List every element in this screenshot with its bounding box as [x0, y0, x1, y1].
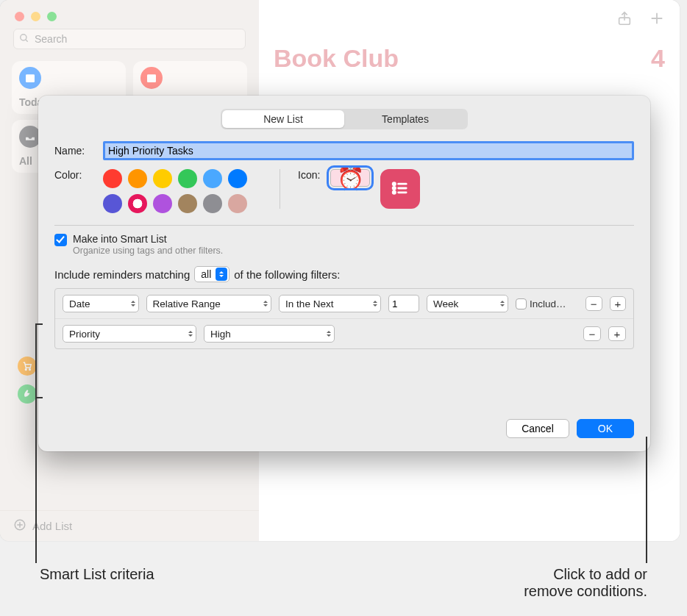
svg-point-14 — [394, 187, 396, 189]
select-value: In the Next — [285, 298, 333, 309]
criteria-number-input[interactable] — [388, 295, 419, 312]
color-swatch[interactable] — [103, 169, 122, 188]
criteria-unit-select[interactable]: Week — [427, 295, 508, 312]
callout-line — [35, 323, 37, 563]
callout-line — [35, 323, 43, 325]
plus-icon: + — [614, 329, 621, 340]
color-swatch[interactable] — [228, 194, 247, 213]
color-label: Color: — [54, 169, 99, 181]
criteria-list: Date Relative Range In the Next Week Inc… — [54, 288, 634, 349]
icon-option-clock[interactable]: ⏰ — [330, 169, 370, 187]
tab-segmented-control: New List Templates — [221, 109, 468, 129]
chevron-up-down-icon — [500, 298, 505, 309]
new-list-dialog: New List Templates Name: Color: Icon: ⏰ — [38, 96, 650, 451]
color-swatch[interactable] — [103, 194, 122, 213]
smart-list-checkbox[interactable] — [54, 234, 67, 246]
name-input[interactable] — [103, 141, 634, 160]
match-prefix: Include reminders matching — [54, 268, 190, 281]
criteria-row: Priority High − + — [55, 318, 633, 348]
callout-add-remove-l2: remove conditions. — [524, 583, 647, 600]
select-value: High — [210, 329, 231, 340]
tab-new-list[interactable]: New List — [222, 110, 344, 128]
smart-list-desc: Organize using tags and other filters. — [73, 246, 223, 256]
include-checkbox[interactable] — [516, 298, 527, 309]
color-swatch[interactable] — [178, 169, 197, 188]
icon-label: Icon: — [298, 169, 320, 181]
chevron-up-down-icon — [188, 329, 193, 339]
color-swatch[interactable] — [203, 194, 222, 213]
minus-icon: − — [591, 298, 597, 309]
plus-icon: + — [614, 298, 621, 309]
include-label: Include… — [530, 298, 571, 309]
criteria-range-select[interactable]: In the Next — [279, 295, 381, 312]
icon-option-list[interactable] — [380, 169, 420, 209]
svg-point-16 — [394, 191, 396, 193]
criteria-op-select[interactable]: High — [204, 325, 335, 343]
smart-list-label: Make into Smart List — [73, 233, 223, 245]
add-condition-button[interactable]: + — [610, 296, 627, 311]
color-swatch[interactable] — [178, 194, 197, 213]
chevron-up-down-icon — [373, 298, 377, 309]
color-swatch[interactable] — [153, 194, 172, 213]
alarm-clock-icon: ⏰ — [337, 165, 364, 191]
tab-templates[interactable]: Templates — [344, 110, 466, 128]
color-swatch[interactable] — [228, 169, 247, 188]
remove-condition-button[interactable]: − — [583, 326, 601, 341]
select-value: Date — [69, 298, 90, 309]
criteria-op-select[interactable]: Relative Range — [146, 295, 272, 312]
chevron-up-down-icon — [263, 298, 268, 309]
add-condition-button[interactable]: + — [608, 326, 626, 341]
remove-condition-button[interactable]: − — [585, 296, 602, 311]
color-swatch[interactable] — [203, 169, 222, 188]
callout-line — [646, 437, 647, 563]
match-mode-select[interactable]: all — [194, 266, 229, 282]
color-swatch[interactable] — [153, 169, 172, 188]
callout-add-remove-l1: Click to add or — [524, 566, 647, 583]
chevron-up-down-icon — [216, 268, 227, 281]
name-label: Name: — [54, 145, 99, 157]
criteria-row: Date Relative Range In the Next Week Inc… — [55, 289, 633, 318]
color-swatches — [103, 169, 257, 213]
callout-smart-list-criteria: Smart List criteria — [40, 566, 154, 583]
color-swatch[interactable] — [128, 194, 147, 213]
ok-button[interactable]: OK — [577, 419, 634, 438]
criteria-field-select[interactable]: Priority — [63, 325, 196, 343]
divider — [54, 225, 634, 226]
match-suffix: of the following filters: — [234, 268, 340, 281]
match-mode-value: all — [201, 268, 211, 280]
select-value: Week — [433, 298, 458, 309]
minus-icon: − — [589, 329, 596, 340]
chevron-up-down-icon — [327, 329, 331, 339]
svg-point-12 — [394, 182, 396, 185]
select-value: Priority — [69, 329, 100, 340]
color-swatch[interactable] — [128, 169, 147, 188]
criteria-field-select[interactable]: Date — [63, 295, 139, 312]
callout-line — [35, 397, 43, 398]
cancel-button[interactable]: Cancel — [506, 419, 569, 438]
select-value: Relative Range — [153, 298, 221, 309]
chevron-up-down-icon — [131, 298, 135, 309]
list-bullet-icon — [390, 178, 410, 201]
